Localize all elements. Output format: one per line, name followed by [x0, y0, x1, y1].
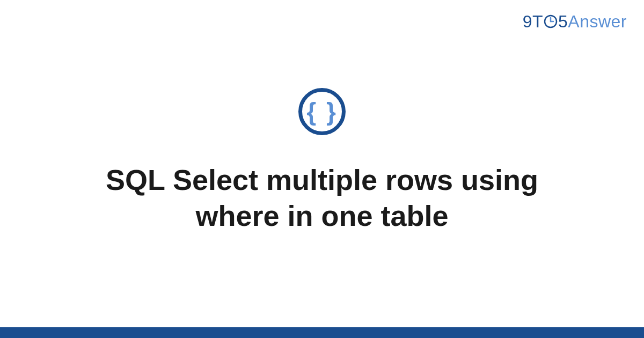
code-braces-icon: { } [306, 99, 338, 124]
category-badge: { } [298, 88, 346, 135]
footer-bar [0, 327, 644, 338]
main-content: { } SQL Select multiple rows using where… [0, 0, 644, 338]
page-title: SQL Select multiple rows using where in … [64, 162, 580, 234]
